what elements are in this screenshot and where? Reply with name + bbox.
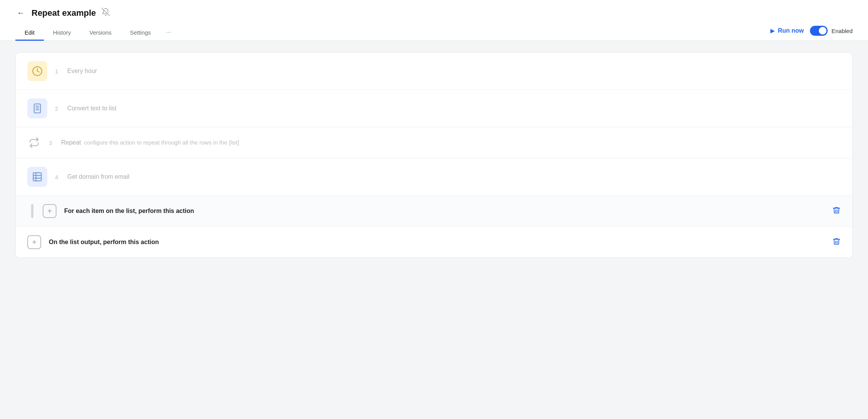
tab-history[interactable]: History [44, 25, 80, 41]
delete-action-1-button[interactable] [832, 206, 841, 216]
left-accent-1 [31, 204, 33, 218]
add-action-2-button[interactable]: + [27, 235, 41, 249]
repeat-icon [27, 136, 41, 150]
page-wrapper: ← Repeat example Edit History Versions [0, 0, 868, 419]
step-row-3[interactable]: 3 Repeatconfigure this action to repeat … [16, 127, 852, 158]
tab-versions[interactable]: Versions [80, 25, 121, 41]
step-number-1: 1 [55, 68, 61, 75]
header-title-row: ← Repeat example [15, 7, 853, 19]
tab-settings[interactable]: Settings [121, 25, 160, 41]
add-action-1-button[interactable]: + [43, 204, 57, 218]
step-row-4[interactable]: 4 Get domain from email [16, 158, 852, 196]
bell-off-icon[interactable] [101, 8, 110, 18]
tabs-right: ▶ Run now Enabled [770, 26, 853, 40]
toggle-track [810, 26, 828, 36]
step-name-3: Repeat [61, 139, 81, 146]
step-number-4: 4 [55, 174, 61, 180]
tabs-row: Edit History Versions Settings ··· ▶ Run… [15, 25, 853, 40]
action-label-2: On the list output, perform this action [49, 239, 832, 246]
back-button[interactable]: ← [15, 7, 26, 19]
run-now-button[interactable]: ▶ Run now [770, 27, 804, 34]
clock-icon-wrap [27, 61, 47, 81]
play-icon: ▶ [770, 28, 775, 34]
svg-line-0 [101, 8, 109, 16]
tab-more[interactable]: ··· [160, 25, 177, 41]
domain-icon-wrap [27, 167, 47, 187]
back-arrow-icon: ← [17, 8, 25, 17]
action-row-2: + On the list output, perform this actio… [16, 227, 852, 258]
run-now-label: Run now [778, 27, 804, 34]
enabled-label: Enabled [831, 28, 853, 34]
main-content: 1 Every hour 2 Convert text to list [0, 41, 868, 269]
top-header: ← Repeat example Edit History Versions [0, 0, 868, 41]
tab-edit[interactable]: Edit [15, 25, 44, 41]
step-row-1[interactable]: 1 Every hour [16, 53, 852, 90]
step-label-4: Get domain from email [67, 173, 130, 180]
step-number-2: 2 [55, 105, 61, 112]
action-row-1: + For each item on the list, perform thi… [16, 196, 852, 227]
step-label-2: Convert text to list [67, 105, 116, 112]
list-icon-wrap [27, 98, 47, 118]
tabs-left: Edit History Versions Settings ··· [15, 25, 178, 40]
step-desc-3: configure this action to repeat through … [84, 139, 239, 146]
toggle-thumb [819, 27, 826, 35]
enabled-toggle[interactable] [810, 26, 828, 36]
step-label-1: Every hour [67, 68, 97, 75]
delete-action-2-button[interactable] [832, 237, 841, 248]
workflow-card: 1 Every hour 2 Convert text to list [15, 52, 853, 258]
step-number-3: 3 [49, 140, 55, 146]
step-row-2[interactable]: 2 Convert text to list [16, 90, 852, 127]
action-label-1: For each item on the list, perform this … [64, 208, 832, 214]
toggle-container: Enabled [810, 26, 853, 36]
step-label-3: Repeatconfigure this action to repeat th… [61, 139, 239, 146]
svg-rect-6 [33, 173, 42, 181]
page-title: Repeat example [32, 8, 96, 18]
